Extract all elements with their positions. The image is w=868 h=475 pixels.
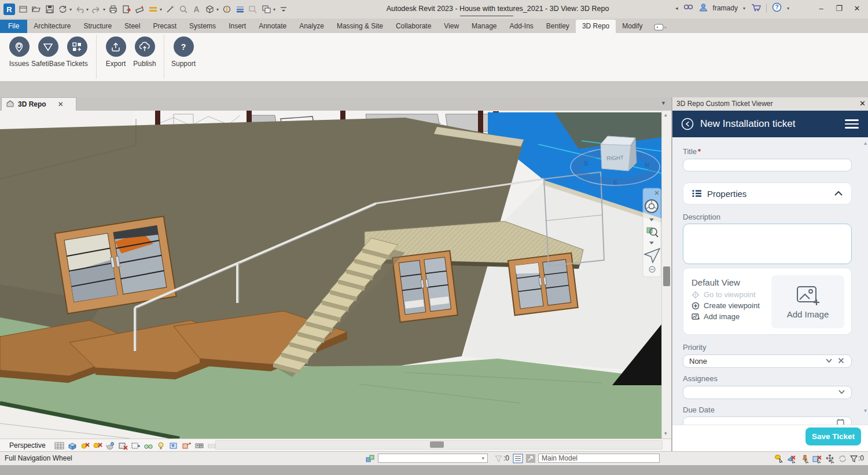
publish-button[interactable]: Publish: [130, 36, 159, 68]
selection-filter-icon[interactable]: [848, 454, 859, 463]
ribbon-tab-steel[interactable]: Steel: [118, 20, 146, 33]
hamburger-menu-icon[interactable]: [845, 119, 859, 129]
undo-dropdown-caret[interactable]: ▾: [86, 7, 89, 12]
sync-dropdown-caret[interactable]: ▾: [69, 7, 72, 12]
reveal-constraints-icon[interactable]: [194, 441, 205, 451]
ribbon-tab-bentley[interactable]: Bentley: [540, 20, 576, 33]
thin-lines-icon[interactable]: [234, 4, 245, 15]
panel-scroll-up-icon[interactable]: ▴: [864, 140, 867, 146]
scroll-down-arrow[interactable]: ▾: [664, 430, 667, 436]
detail-level-icon[interactable]: [54, 441, 65, 451]
section-icon[interactable]: [221, 4, 232, 15]
ribbon-tab-collaborate[interactable]: Collaborate: [389, 20, 437, 33]
save-ticket-button[interactable]: Save Ticket: [806, 427, 861, 445]
restore-button[interactable]: ❐: [833, 4, 845, 13]
sun-path-icon[interactable]: [79, 441, 90, 451]
shadows-icon[interactable]: [92, 441, 103, 451]
export-pdf-icon[interactable]: [121, 4, 132, 15]
3d-viewport[interactable]: RIGHT S E N: [0, 111, 661, 439]
ticket-panel-close-icon[interactable]: ✕: [859, 99, 866, 108]
select-links-icon[interactable]: [812, 454, 822, 463]
horizontal-scroll-thumb[interactable]: [430, 441, 444, 448]
design-options-icon[interactable]: [513, 454, 523, 463]
detail-line-icon[interactable]: [164, 4, 175, 15]
scroll-up-arrow[interactable]: ▴: [664, 112, 667, 118]
vertical-scroll-thumb[interactable]: [663, 266, 670, 286]
priority-clear-icon[interactable]: [838, 357, 844, 364]
ribbon-tab-analyze[interactable]: Analyze: [293, 20, 330, 33]
properties-section-header[interactable]: Properties: [683, 182, 852, 204]
ribbon-tab-annotate[interactable]: Annotate: [252, 20, 293, 33]
undo-icon[interactable]: [74, 4, 85, 15]
save-icon[interactable]: [44, 4, 55, 15]
safetibase-button[interactable]: SafetiBase: [34, 36, 62, 68]
worksets-icon[interactable]: [365, 454, 375, 463]
ribbon-tab-structure[interactable]: Structure: [77, 20, 118, 33]
ribbon-tab-massing-site[interactable]: Massing & Site: [330, 20, 389, 33]
user-dropdown-caret[interactable]: ▾: [743, 6, 745, 11]
pin-select-icon[interactable]: [799, 454, 810, 463]
refresh-icon[interactable]: [837, 454, 848, 463]
text-icon[interactable]: A: [191, 4, 202, 15]
crop-view-icon[interactable]: [117, 441, 128, 451]
support-button[interactable]: ? Support: [169, 36, 198, 68]
view-scale-label[interactable]: Perspective: [9, 441, 46, 450]
ribbon-tab-3d-repo[interactable]: 3D Repo: [576, 20, 616, 33]
ribbon-tab-add-ins[interactable]: Add-Ins: [503, 20, 539, 33]
ribbon-tab-architecture[interactable]: Architecture: [27, 20, 77, 33]
ribbon-display-toggle[interactable]: [654, 23, 667, 31]
assignees-chevron-icon[interactable]: [838, 389, 845, 394]
ribbon-tab-manage[interactable]: Manage: [465, 20, 503, 33]
viewport-vertical-scrollbar[interactable]: ▴ ▾: [661, 111, 672, 439]
window-left[interactable]: [55, 216, 176, 313]
user-avatar-icon[interactable]: [699, 3, 708, 13]
drag-elements-icon[interactable]: [825, 454, 835, 463]
temporary-hide-isolate-icon[interactable]: [143, 441, 154, 451]
displaced-elements-icon[interactable]: [181, 441, 192, 451]
press-drag-icon[interactable]: [525, 454, 536, 463]
status-filter-icon[interactable]: [493, 454, 503, 463]
temporary-view-properties-icon[interactable]: [168, 441, 179, 451]
exclude-options-icon[interactable]: [786, 454, 797, 463]
title-input[interactable]: [683, 159, 852, 171]
customize-qat-icon[interactable]: [278, 4, 289, 15]
visual-style-icon[interactable]: [67, 441, 78, 451]
close-inactive-views-icon[interactable]: [248, 4, 259, 15]
ribbon-tab-precast[interactable]: Precast: [146, 20, 183, 33]
app-store-cart-icon[interactable]: [751, 3, 761, 13]
panel-scroll-down-icon[interactable]: ▾: [864, 407, 867, 414]
help-dropdown-caret[interactable]: ▾: [787, 6, 789, 11]
signed-in-user[interactable]: framady: [713, 4, 738, 12]
navigation-wheel-icon[interactable]: [645, 200, 658, 213]
view-tab-3d-repo[interactable]: 3D Repo ✕: [1, 97, 76, 111]
print-icon[interactable]: [108, 4, 119, 15]
window-middle[interactable]: [392, 251, 458, 322]
priority-chevron-icon[interactable]: [825, 358, 833, 363]
description-textarea[interactable]: [683, 224, 852, 264]
calendar-icon[interactable]: [837, 419, 844, 425]
zoom-icon[interactable]: [178, 4, 189, 15]
redo-icon[interactable]: [91, 4, 102, 15]
add-image-link[interactable]: Add image: [692, 312, 740, 321]
close-button[interactable]: ✕: [851, 4, 863, 13]
render-icon[interactable]: [105, 441, 116, 451]
due-date-input[interactable]: [683, 416, 852, 425]
view-tab-close-icon[interactable]: ✕: [58, 100, 64, 108]
open-icon[interactable]: [31, 4, 42, 15]
ribbon-tab-modify[interactable]: Modify: [616, 20, 649, 33]
collapse-chevron-icon[interactable]: [834, 191, 843, 196]
revit-logo[interactable]: R: [3, 3, 15, 15]
navigation-bar[interactable]: [643, 188, 661, 277]
reveal-hidden-elements-icon[interactable]: [156, 441, 167, 451]
tickets-button[interactable]: Tickets: [62, 36, 91, 68]
collapse-search-caret[interactable]: ◂: [675, 5, 678, 11]
redo-dropdown-caret[interactable]: ▾: [103, 7, 105, 12]
tab-list-caret[interactable]: ▼: [661, 100, 666, 106]
ribbon-tab-insert[interactable]: Insert: [222, 20, 252, 33]
aligned-dimension-icon[interactable]: [148, 4, 159, 15]
add-image-button[interactable]: Add Image: [771, 275, 844, 328]
ribbon-tab-systems[interactable]: Systems: [183, 20, 222, 33]
dimension-dropdown-caret[interactable]: ▾: [160, 7, 162, 12]
help-icon[interactable]: ?: [772, 2, 782, 14]
switch-windows-icon[interactable]: [261, 4, 272, 15]
